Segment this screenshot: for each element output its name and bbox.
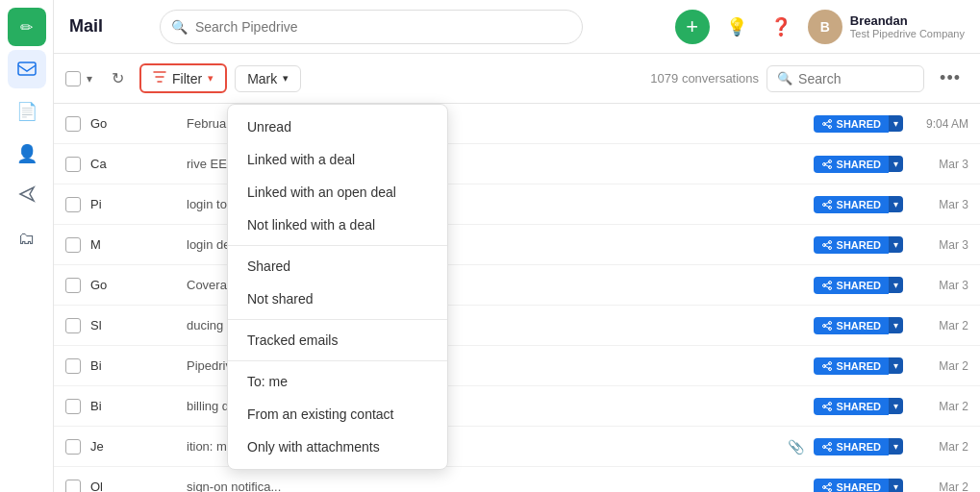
sidebar-item-mail[interactable] [8,50,46,88]
help-button[interactable]: ❓ [764,10,798,44]
filter-option-shared[interactable]: Shared [228,250,447,283]
filter-option-linked-deal[interactable]: Linked with a deal [228,143,447,176]
global-search: 🔍 [160,10,583,44]
filter-chevron-icon: ▾ [208,72,214,85]
sidebar-item-docs[interactable]: 📄 [8,92,46,131]
shared-icon [821,118,833,130]
filter-option-to-me[interactable]: To: me [228,365,447,398]
shared-icon [821,481,833,493]
email-sender: Ca [90,157,177,171]
email-checkbox[interactable] [65,278,81,293]
filter-option-with-attachments[interactable]: Only with attachments [228,430,447,463]
shared-badge: SHARED ▾ [814,277,903,294]
email-row[interactable]: Sl ducing the Slac... SHARED ▾ Mar 2 [54,306,980,346]
shared-dropdown-btn[interactable]: ▾ [889,438,903,455]
bulb-button[interactable]: 💡 [719,10,754,44]
attachment-icon: 📎 [788,439,804,455]
email-row[interactable]: M login detailsH... SHARED ▾ Mar 3 [54,225,980,265]
dropdown-divider [228,319,447,320]
shared-dropdown-btn[interactable]: ▾ [889,479,903,492]
filter-option-not-shared[interactable]: Not shared [228,283,447,315]
email-row[interactable]: Ca rive EE + Ampli... SHARED ▾ Mar 3 [54,144,980,184]
email-time: Mar 3 [913,238,968,252]
email-sender: Sl [90,318,177,332]
top-header: Mail 🔍 + 💡 ❓ B Breandan Test Pipedrive C… [54,0,980,54]
avatar-initials: B [820,19,830,35]
shared-dropdown-btn[interactable]: ▾ [889,398,903,414]
mail-search-input[interactable] [798,71,914,86]
mark-button[interactable]: Mark ▾ [235,65,301,92]
compose-btn[interactable]: ✏ [8,8,46,46]
email-sender: Bi [90,399,177,413]
shared-badge: SHARED ▾ [814,156,903,173]
email-time: 9:04 AM [913,117,968,131]
filter-option-not-linked-deal[interactable]: Not linked with a deal [228,209,447,241]
email-checkbox[interactable] [65,439,81,455]
shared-dropdown-btn[interactable]: ▾ [889,357,903,374]
shared-badge: SHARED ▾ [814,479,903,493]
email-checkbox[interactable] [65,318,81,333]
shared-badge-label: SHARED [814,236,889,254]
select-chevron[interactable]: ▾ [83,70,96,87]
shared-badge-label: SHARED [814,398,889,415]
shared-icon [821,280,833,291]
add-button[interactable]: + [675,10,710,44]
email-checkbox[interactable] [65,116,81,132]
email-checkbox[interactable] [65,237,81,253]
filter-option-existing-contact[interactable]: From an existing contact [228,398,447,430]
header-actions: + 💡 ❓ B Breandan Test Pipedrive Company [675,10,965,44]
shared-badge: SHARED ▾ [814,115,903,133]
filter-button[interactable]: Filter ▾ [139,63,227,93]
user-avatar-area[interactable]: B Breandan Test Pipedrive Company [808,10,965,44]
shared-dropdown-btn[interactable]: ▾ [889,277,903,293]
contacts-icon: 👤 [16,143,38,164]
mail-icon [17,59,37,81]
shared-badge-label: SHARED [814,115,889,133]
shared-icon [821,159,833,170]
more-options-button[interactable]: ••• [932,64,968,92]
email-row[interactable]: Ol sign-on notifica... SHARED ▾ Mar 2 [54,467,980,492]
sidebar-item-contacts[interactable]: 👤 [8,135,46,173]
filter-label: Filter [172,71,202,86]
email-time: Mar 3 [913,158,968,171]
shared-icon [821,360,833,372]
filter-option-tracked[interactable]: Tracked emails [228,324,447,357]
user-company: Test Pipedrive Company [850,28,965,39]
email-row[interactable]: Bi billing details h... SHARED ▾ Mar 2 [54,386,980,427]
email-sender: Pi [90,197,177,211]
sidebar-item-archive[interactable]: 🗂 [8,219,46,258]
email-row[interactable]: Go Coverage issues... SHARED ▾ Mar 3 [54,265,980,306]
filter-option-unread[interactable]: Unread [228,111,447,143]
user-info: Breandan Test Pipedrive Company [850,13,965,40]
email-checkbox[interactable] [65,358,81,374]
sidebar-item-send[interactable] [8,177,46,215]
email-sender: Bi [90,358,177,373]
email-time: Mar 2 [913,440,968,454]
mail-search-box: 🔍 [766,65,924,92]
email-row[interactable]: Pi login to Pipedri... SHARED ▾ Mar 3 [54,184,980,225]
shared-dropdown-btn[interactable]: ▾ [889,236,903,253]
avatar: B [808,10,842,44]
shared-dropdown-btn[interactable]: ▾ [889,115,903,132]
shared-dropdown-btn[interactable]: ▾ [889,156,903,172]
dropdown-divider [228,360,447,361]
select-all-checkbox[interactable] [65,71,81,86]
email-checkbox[interactable] [65,399,81,414]
global-search-input[interactable] [160,10,583,44]
filter-option-linked-open-deal[interactable]: Linked with an open deal [228,176,447,209]
shared-dropdown-btn[interactable]: ▾ [889,317,903,333]
email-checkbox[interactable] [65,157,81,172]
refresh-button[interactable]: ↻ [104,65,132,91]
compose-icon: ✏ [20,18,33,37]
email-time: Mar 2 [913,359,968,373]
conversations-count: 1079 conversations [650,71,759,86]
email-row[interactable]: Go February Searc... SHARED ▾ 9:04 AM [54,104,980,144]
email-checkbox[interactable] [65,480,81,493]
email-row[interactable]: Bi Pipedrive subsc... SHARED ▾ Mar 2 [54,346,980,386]
mark-chevron-icon: ▾ [283,72,289,85]
shared-badge-label: SHARED [814,438,889,455]
email-row[interactable]: Je ition: mission r... 📎 SHARED ▾ Mar 2 [54,427,980,467]
email-checkbox[interactable] [65,197,81,212]
shared-dropdown-btn[interactable]: ▾ [889,196,903,212]
shared-badge: SHARED ▾ [814,357,903,375]
